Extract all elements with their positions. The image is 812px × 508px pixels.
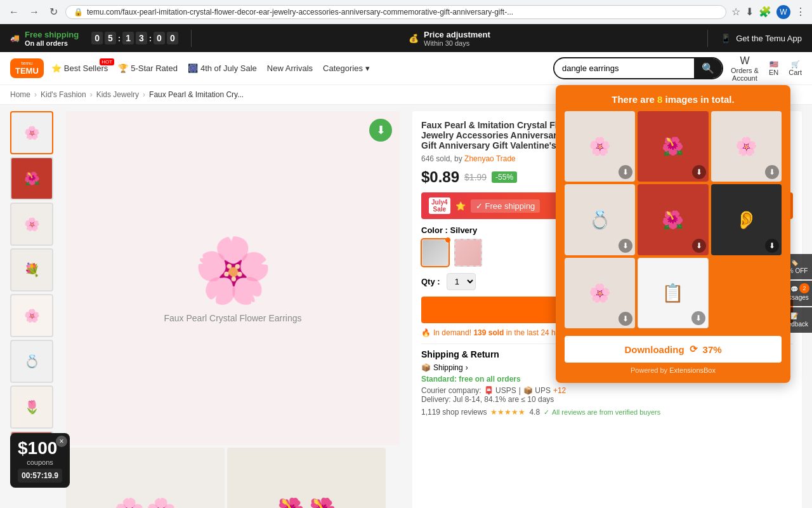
countdown-d4: 3 xyxy=(136,32,147,44)
color-swatch-silver[interactable] xyxy=(421,239,449,267)
qty-select[interactable]: 1 2 3 xyxy=(447,273,476,290)
spinner-icon: ⟳ xyxy=(690,344,698,355)
downloads-button[interactable]: ⬇ xyxy=(745,6,754,18)
cart-icon: 🛒 xyxy=(791,60,800,69)
seller-name[interactable]: Zhenyao Trade xyxy=(464,154,516,163)
search-input[interactable] xyxy=(554,60,694,77)
dl-icon-4[interactable]: ⬇ xyxy=(619,239,632,253)
grid-image-2: 🌺 ⬇ xyxy=(638,111,708,182)
downloading-button[interactable]: Downloading ⟳ 37% xyxy=(565,336,782,363)
language-selector[interactable]: 🇺🇸 EN xyxy=(769,60,778,76)
forward-button[interactable]: → xyxy=(27,5,42,19)
new-arrivals-nav[interactable]: New Arrivals xyxy=(267,64,313,73)
orders-account-nav[interactable]: W Orders & Account xyxy=(731,55,759,82)
best-sellers-nav[interactable]: ⭐ Best Sellers HOT xyxy=(51,64,108,73)
search-bar: 🔍 xyxy=(553,57,723,79)
free-ship-text: Standard: free on all orders xyxy=(421,375,521,384)
courier-row: Courier company: 📮 USPS | 📦 UPS +12 xyxy=(421,386,793,395)
grid-image-6: 👂 ⬇ xyxy=(711,184,782,255)
breadcrumb-current: Faux Pearl & Imitation Cry... xyxy=(149,90,244,99)
powered-by: Powered by ExtensionsBox xyxy=(565,366,782,374)
bookmark-button[interactable]: ☆ xyxy=(731,6,740,18)
extensions-button[interactable]: 🧩 xyxy=(759,6,771,18)
qty-label: Qty : xyxy=(421,277,440,286)
demand-label: In demand! 139 sold in the last 24 hours xyxy=(433,328,570,337)
dl-icon-8[interactable]: ⬇ xyxy=(691,311,705,325)
star-rated-nav[interactable]: 🏆 5-Star Rated xyxy=(118,64,178,73)
free-shipping-sub: On all orders xyxy=(25,39,79,47)
thumbnail-3[interactable]: 🌸 xyxy=(10,203,53,246)
sub-image-1: 🌸🌸 xyxy=(66,448,225,508)
nav-right: W Orders & Account 🇺🇸 EN 🛒 Cart xyxy=(731,55,802,82)
thumbnail-7[interactable]: 🌷 xyxy=(10,385,53,429)
sub-image-2: 🌺🌺 xyxy=(227,448,386,508)
countdown-d5: 0 xyxy=(154,32,165,44)
url-bar[interactable]: 🔒 temu.com/faux-pearl-imitation-crystal-… xyxy=(65,5,726,19)
free-shipping-section: 🚚 Free shipping On all orders xyxy=(10,30,79,47)
dl-icon-5[interactable]: ⬇ xyxy=(692,239,706,253)
thumbnail-6[interactable]: 💍 xyxy=(10,340,53,383)
nav-items: ⭐ Best Sellers HOT 🏆 5-Star Rated 🎆 4th … xyxy=(51,64,546,73)
truck-icon: 🚚 xyxy=(10,34,20,43)
breadcrumb-home[interactable]: Home xyxy=(10,90,30,99)
countdown-d2: 5 xyxy=(105,32,116,44)
current-price: $0.89 xyxy=(421,168,459,186)
color-swatch-rose[interactable] xyxy=(454,239,482,267)
profile-button[interactable]: W xyxy=(776,5,790,19)
image-download-button[interactable]: ⬇ xyxy=(369,119,392,142)
july4-badge: July4 Sale xyxy=(429,197,450,214)
temu-logo[interactable]: temu TEMU xyxy=(10,58,44,78)
get-app-section[interactable]: 📱 Get the Temu App xyxy=(721,34,802,43)
july4-sale-nav[interactable]: 🎆 4th of July Sale xyxy=(188,64,257,73)
cart-nav[interactable]: 🛒 Cart xyxy=(789,60,802,76)
dl-icon-6[interactable]: ⬇ xyxy=(765,239,779,253)
usps-badge: 📮 USPS xyxy=(484,386,516,395)
grid-image-4: 💍 ⬇ xyxy=(565,184,635,255)
extensions-box-link[interactable]: ExtensionsBox xyxy=(669,366,716,374)
ups-badge: 📦 UPS xyxy=(523,386,551,395)
thumbnail-4[interactable]: 💐 xyxy=(10,248,53,291)
dl-icon-2[interactable]: ⬇ xyxy=(692,165,706,179)
reviews-row: 1,119 shop reviews ★★★★★ 4.8 ✓ All revie… xyxy=(421,404,793,420)
url-text: temu.com/faux-pearl-imitation-crystal-fl… xyxy=(87,8,513,17)
breadcrumb-kids-fashion[interactable]: Kid's Fashion xyxy=(41,90,86,99)
flag-icon: 🇺🇸 xyxy=(769,60,778,69)
countdown-d6: 0 xyxy=(167,32,178,44)
hot-badge: HOT xyxy=(100,58,114,65)
more-couriers: +12 xyxy=(553,386,566,395)
grid-image-5: 🌺 ⬇ xyxy=(638,184,708,255)
grid-image-3: 🌸 ⬇ xyxy=(711,111,782,182)
discount-badge: -55% xyxy=(492,171,517,183)
more-button[interactable]: ⋮ xyxy=(796,6,806,18)
dl-icon-1[interactable]: ⬇ xyxy=(619,165,632,179)
sub-images: 🌸🌸 🌺🌺 xyxy=(66,448,402,508)
app-icon: 📱 xyxy=(721,34,731,43)
refresh-button[interactable]: ↻ xyxy=(47,4,60,19)
thumbnail-5[interactable]: 🌸 xyxy=(10,294,53,337)
shipping-icon: 📦 xyxy=(421,363,431,372)
free-shipping-promo: ✓ Free shipping xyxy=(471,199,540,213)
verified-badge: ✓ All reviews are from verified buyers xyxy=(544,408,660,417)
free-shipping-label: Free shipping xyxy=(25,30,79,39)
coupon-badge[interactable]: × $100 coupons 00:57:19.9 xyxy=(10,433,70,488)
price-adjustment-section: 💰 Price adjustment Within 30 days xyxy=(191,30,708,47)
review-count: 1,119 shop reviews xyxy=(421,408,487,417)
coin-icon: 💰 xyxy=(409,34,419,43)
grid-image-7: 🌸 ⬇ xyxy=(565,258,635,328)
countdown-d3: 1 xyxy=(122,32,134,44)
breadcrumb-kids-jewelry[interactable]: Kids Jewelry xyxy=(96,90,139,99)
dl-icon-7[interactable]: ⬇ xyxy=(619,312,632,326)
price-adj-sub: Within 30 days xyxy=(424,39,490,47)
close-coupon-button[interactable]: × xyxy=(56,436,67,447)
categories-nav[interactable]: Categories ▾ xyxy=(323,64,370,73)
search-button[interactable]: 🔍 xyxy=(694,58,722,78)
thumbnail-2[interactable]: 🌺 xyxy=(10,157,53,200)
dl-icon-3[interactable]: ⬇ xyxy=(765,165,779,179)
messages-badge: 2 xyxy=(799,283,809,293)
thumbnail-1[interactable]: 🌸 xyxy=(10,111,53,154)
countdown-d1: 0 xyxy=(91,32,103,44)
browser-bar: ← → ↻ 🔒 temu.com/faux-pearl-imitation-cr… xyxy=(0,0,812,24)
image-grid: 🌸 ⬇ 🌺 ⬇ 🌸 ⬇ 💍 ⬇ 🌺 ⬇ 👂 ⬇ 🌸 ⬇ 📋 ⬇ xyxy=(565,111,782,328)
back-button[interactable]: ← xyxy=(6,5,22,19)
feedback-icon: 📝 xyxy=(790,312,798,319)
